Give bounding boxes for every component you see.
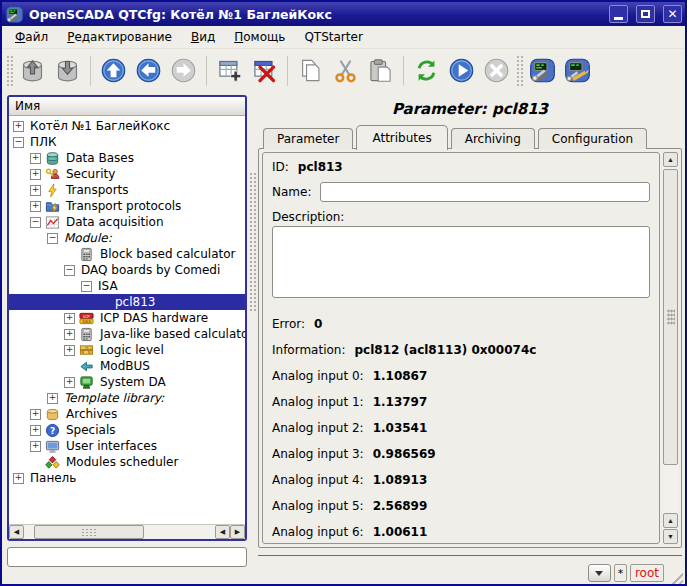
expand-icon[interactable]: + [64,377,75,388]
delete-item-button[interactable] [247,53,282,88]
icpdas-icon: ICPDAS [79,311,94,326]
tree-item[interactable]: Block based calculator [9,246,245,262]
tree-indent [9,462,30,463]
toolbar-handle[interactable] [6,55,13,87]
go-forward-button[interactable] [166,53,201,88]
go-up-button[interactable] [96,53,131,88]
tree-item[interactable]: +Transports [9,182,245,198]
expand-icon[interactable]: + [13,473,24,484]
minimize-button[interactable] [609,5,628,23]
add-item-button[interactable] [212,53,247,88]
expand-icon[interactable]: + [30,409,41,420]
load-from-db-button[interactable] [15,53,50,88]
collapse-icon[interactable]: − [47,233,58,244]
scroll-down-button[interactable]: ▼ [663,529,678,544]
attributes-scroll-area: ID: pcl813 Name: Description: Error:0Inf… [262,152,660,544]
paste-item-button[interactable] [363,53,398,88]
tree-item[interactable]: −Data acquisition [9,214,245,230]
menu-item-4[interactable]: Помощь [226,28,293,46]
name-input[interactable] [320,182,650,202]
start-periodic-update-button[interactable] [444,53,479,88]
maximize-button[interactable] [636,5,655,23]
tab-archiving[interactable]: Archiving [451,128,535,149]
tree-item[interactable]: −ISA [9,278,245,294]
menu-item-5[interactable]: QTStarter [296,28,370,46]
expand-icon[interactable]: + [47,393,58,404]
scrollbar-track[interactable] [663,168,678,512]
expand-icon[interactable]: + [64,329,75,340]
tree-item[interactable]: +System DA [9,374,245,390]
tree-indent [9,382,64,383]
scroll-left-button-2[interactable]: ◀ [215,525,230,539]
tree-item[interactable]: −ПЛК [9,134,245,150]
tree-item[interactable]: +Template library: [9,390,245,406]
tree-item[interactable]: +Data Bases [9,150,245,166]
menu-item-3[interactable]: Вид [183,28,223,46]
tree-item[interactable]: +ICPDASICP DAS hardware [9,310,245,326]
refresh-button[interactable] [409,53,444,88]
collapse-icon[interactable]: − [64,265,75,276]
expand-icon[interactable]: + [30,201,41,212]
expand-icon[interactable]: + [30,153,41,164]
expand-icon[interactable]: + [30,441,41,452]
scroll-up-button-2[interactable]: ▲ [663,513,678,528]
resize-grip[interactable] [669,570,683,584]
collapse-icon[interactable]: − [13,137,24,148]
expand-icon[interactable]: + [64,345,75,356]
qtstarter-vision-button[interactable] [560,53,595,88]
status-dropdown-button[interactable] [588,564,611,582]
tree-item[interactable]: +Transport protocols [9,198,245,214]
splitter-handle[interactable] [249,172,256,312]
cut-item-button[interactable] [328,53,363,88]
close-button[interactable]: ✕ [663,5,682,23]
tree-item[interactable]: +Java-like based calculator [9,326,245,342]
description-textarea[interactable] [272,226,650,298]
tree-indent [9,398,47,399]
tree-item[interactable]: +Archives [9,406,245,422]
go-back-button[interactable] [131,53,166,88]
current-user-badge[interactable]: root [630,564,664,582]
menu-item-1[interactable]: Файл [7,28,56,46]
collapse-icon[interactable]: − [30,217,41,228]
expand-icon[interactable]: + [13,121,24,132]
copy-item-button[interactable] [293,53,328,88]
expand-icon[interactable]: + [30,425,41,436]
attribute-label: Analog input 4: [272,471,364,489]
tree-column-header[interactable]: Имя [9,97,245,116]
tree-item[interactable]: pcl813 [9,294,245,310]
expand-icon[interactable]: + [64,313,75,324]
scroll-up-button[interactable]: ▲ [663,152,678,167]
tree-item[interactable]: +Панель [9,470,245,486]
tree-item[interactable]: Modules scheduler [9,454,245,470]
scroll-left-button[interactable]: ◀ [9,525,24,539]
tree-item[interactable]: −Module: [9,230,245,246]
expand-icon[interactable]: + [30,169,41,180]
tree-item[interactable]: +Logic level [9,342,245,358]
attribute-value: 1.03541 [373,419,428,437]
menu-item-2[interactable]: Редактирование [59,28,180,46]
tree-item[interactable]: +Котёл №1 БаглейКокс [9,118,245,134]
tab-attributes[interactable]: Attributes [356,125,447,150]
tree-item[interactable]: +?Specials [9,422,245,438]
tab-parameter[interactable]: Parameter [263,128,353,149]
toolbar-handle[interactable] [516,55,523,87]
vertical-scrollbar[interactable]: ▲ ▲ ▼ [663,152,678,544]
stop-update-button[interactable] [479,53,514,88]
scroll-right-button[interactable]: ▶ [230,525,245,539]
tree-filter-input[interactable] [7,547,247,567]
tree-item[interactable]: ModBUS [9,358,245,374]
expand-icon[interactable]: + [30,185,41,196]
scrollbar-thumb[interactable] [663,169,678,465]
tree-indent [9,254,64,255]
save-to-db-button[interactable] [50,53,85,88]
scrollbar-thumb[interactable] [34,525,144,539]
tree-item[interactable]: +Security [9,166,245,182]
tree-item-label: Data acquisition [64,215,166,229]
tab-configuration[interactable]: Configuration [538,128,647,149]
tree-horizontal-scrollbar[interactable]: ◀ ◀ ▶ [9,524,245,539]
collapse-icon[interactable]: − [81,281,92,292]
scrollbar-track[interactable] [24,525,215,539]
tree-item[interactable]: +User interfaces [9,438,245,454]
tree-item[interactable]: −DAQ boards by Comedi [9,262,245,278]
qtstarter-configurator-button[interactable] [525,53,560,88]
